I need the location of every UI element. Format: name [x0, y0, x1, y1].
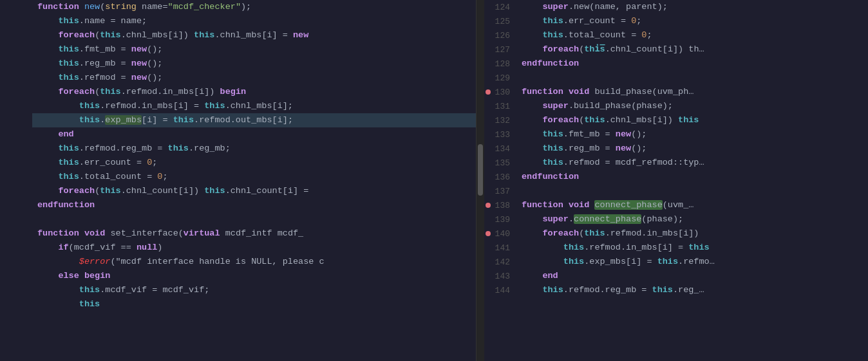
code-line: foreach(this.chnl_mbs[i]) this.chnl_mbs[…	[0, 28, 476, 42]
line-gutter	[0, 212, 32, 227]
line-number: 134	[484, 142, 516, 156]
code-line-highlighted: this.exp_mbs[i] = this.refmod.out_mbs[i]…	[0, 113, 476, 127]
line-gutter	[0, 170, 32, 184]
line-gutter	[0, 297, 32, 311]
code-line: 134 this.reg_mb = new();	[484, 142, 868, 156]
line-gutter	[0, 28, 32, 42]
line-gutter	[0, 184, 32, 198]
line-content: function void connect_phase(uvm_…	[516, 198, 868, 212]
line-gutter	[0, 241, 32, 255]
line-number: 126	[484, 28, 516, 42]
line-content: this.refmod.in_mbs[i] = this	[516, 241, 868, 255]
left-code-area[interactable]: function new(string name="mcdf_checker")…	[0, 0, 476, 361]
code-line: 140 foreach(this.refmod.in_mbs[i])	[484, 227, 868, 241]
code-line: this.fmt_mb = new();	[0, 42, 476, 57]
scrollbar-thumb[interactable]	[478, 144, 483, 196]
line-number: 133	[484, 127, 516, 142]
line-gutter	[0, 71, 32, 85]
line-number: 140	[484, 227, 516, 241]
line-content: super.build_phase(phase);	[516, 99, 868, 113]
line-content: this.name = name;	[32, 14, 476, 28]
left-pane: function new(string name="mcdf_checker")…	[0, 0, 476, 361]
right-pane: 124 super.new(name, parent); 125 this.er…	[484, 0, 868, 361]
code-line: 127 foreach(thi̅s.chnl_count[i]) th…	[484, 42, 868, 57]
line-content: function void build_phase(uvm_ph…	[516, 85, 868, 99]
code-line: 132 foreach(this.chnl_mbs[i]) this	[484, 113, 868, 127]
code-line: this.name = name;	[0, 14, 476, 28]
code-line: end	[0, 127, 476, 142]
code-line: 129	[484, 71, 868, 85]
line-gutter	[0, 198, 32, 212]
code-line: 142 this.exp_mbs[i] = this.refmo…	[484, 255, 868, 269]
line-number: 131	[484, 99, 516, 113]
line-content: this.refmod.reg_mb = this.reg_mb;	[32, 142, 476, 156]
line-number: 124	[484, 0, 516, 14]
line-content: this.fmt_mb = new();	[516, 127, 868, 142]
code-line	[0, 212, 476, 227]
line-content: this.total_count = 0;	[516, 28, 868, 42]
line-number: 136	[484, 170, 516, 184]
code-line: if(mcdf_vif == null)	[0, 241, 476, 255]
line-content: endfunction	[32, 198, 476, 212]
code-line: this.err_count = 0;	[0, 156, 476, 170]
line-content: this.refmod.in_mbs[i] = this.chnl_mbs[i]…	[32, 99, 476, 113]
line-content: else begin	[32, 269, 476, 283]
code-line: 130 function void build_phase(uvm_ph…	[484, 85, 868, 99]
code-line: 137	[484, 184, 868, 198]
line-gutter	[0, 283, 32, 297]
line-content: this.mcdf_vif = mcdf_vif;	[32, 283, 476, 297]
line-content: end	[516, 269, 868, 283]
code-line: 136 endfunction	[484, 170, 868, 184]
code-line: this.reg_mb = new();	[0, 57, 476, 71]
line-content: super.new(name, parent);	[516, 0, 868, 14]
line-gutter	[0, 113, 32, 127]
line-number: 130	[484, 85, 516, 99]
code-line: this.mcdf_vif = mcdf_vif;	[0, 283, 476, 297]
line-gutter	[0, 42, 32, 57]
line-number: 132	[484, 113, 516, 127]
line-content: this.err_count = 0;	[32, 156, 476, 170]
line-content	[516, 71, 868, 85]
line-gutter	[0, 156, 32, 170]
line-content: foreach(thi̅s.chnl_count[i]) th…	[516, 42, 868, 57]
code-line: this.refmod = new();	[0, 71, 476, 85]
line-content: this.refmod.reg_mb = this.reg_…	[516, 283, 868, 297]
line-content: this.total_count = 0;	[32, 170, 476, 184]
line-number: 139	[484, 212, 516, 227]
scrollbar[interactable]	[476, 0, 484, 361]
line-number: 143	[484, 269, 516, 283]
code-line: 133 this.fmt_mb = new();	[484, 127, 868, 142]
line-content: endfunction	[516, 57, 868, 71]
line-gutter	[0, 0, 32, 14]
line-content: if(mcdf_vif == null)	[32, 241, 476, 255]
line-number: 142	[484, 255, 516, 269]
code-line: function void set_interface(virtual mcdf…	[0, 227, 476, 241]
code-line: 128 endfunction	[484, 57, 868, 71]
right-code-area[interactable]: 124 super.new(name, parent); 125 this.er…	[484, 0, 868, 361]
line-content: $error("mcdf interface handle is NULL, p…	[32, 255, 476, 269]
line-content: foreach(this.refmod.in_mbs[i])	[516, 227, 868, 241]
line-content: this.refmod = mcdf_refmod::typ…	[516, 156, 868, 170]
line-gutter	[0, 255, 32, 269]
code-line: 141 this.refmod.in_mbs[i] = this	[484, 241, 868, 255]
line-content: end	[32, 127, 476, 142]
line-content: this	[32, 297, 476, 311]
line-gutter	[0, 85, 32, 99]
line-number: 138	[484, 198, 516, 212]
line-gutter	[0, 127, 32, 142]
line-content: super.connect_phase(phase);	[516, 212, 868, 227]
line-number: 135	[484, 156, 516, 170]
line-content: this.refmod = new();	[32, 71, 476, 85]
code-line: 139 super.connect_phase(phase);	[484, 212, 868, 227]
line-content: foreach(this.chnl_mbs[i]) this	[516, 113, 868, 127]
line-content: foreach(this.chnl_mbs[i]) this.chnl_mbs[…	[32, 28, 476, 42]
line-number: 141	[484, 241, 516, 255]
line-gutter	[0, 99, 32, 113]
line-gutter	[0, 142, 32, 156]
code-line: function new(string name="mcdf_checker")…	[0, 0, 476, 14]
line-content: this.err_count = 0;	[516, 14, 868, 28]
line-gutter	[0, 227, 32, 241]
code-line: this.total_count = 0;	[0, 170, 476, 184]
code-line: foreach(this.chnl_count[i]) this.chnl_co…	[0, 184, 476, 198]
editor-container: function new(string name="mcdf_checker")…	[0, 0, 868, 361]
